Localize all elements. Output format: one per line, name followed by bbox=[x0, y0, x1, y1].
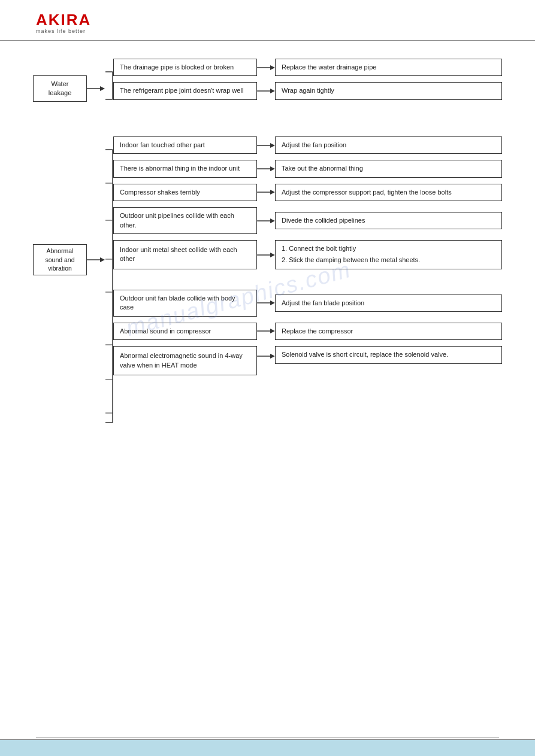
diagram: Water leakage The bbox=[33, 59, 502, 436]
effect-divede-pipelines: Divede the collided pipelines bbox=[275, 212, 502, 229]
water-leakage-bracket-svg bbox=[105, 59, 113, 113]
arrow-fan-blade bbox=[257, 299, 275, 307]
svg-marker-34 bbox=[270, 329, 275, 333]
effect-adjust-fan-position: Adjust the fan position bbox=[275, 136, 502, 154]
svg-marker-28 bbox=[270, 218, 275, 223]
effect-replace-drainage: Replace the water drainage pipe bbox=[275, 59, 502, 76]
abnormal-sound-main-arrow bbox=[87, 256, 105, 264]
cause-fan-blade: Outdoor unit fan blade collide with body… bbox=[113, 290, 257, 317]
svg-marker-6 bbox=[270, 65, 275, 70]
footer-line bbox=[36, 737, 499, 738]
svg-marker-22 bbox=[270, 143, 275, 148]
water-leakage-row-2: The refrigerant pipe joint doesn't wrap … bbox=[113, 82, 502, 99]
cause-abnormal-thing: There is abnormal thing in the indoor un… bbox=[113, 160, 257, 177]
logo-block: AKIRA makes life better bbox=[36, 11, 91, 34]
svg-marker-10 bbox=[100, 257, 105, 262]
sound-row-6: Outdoor unit fan blade collide with body… bbox=[113, 290, 502, 317]
arrow-indoor-fan bbox=[257, 141, 275, 150]
cause-outdoor-pipelines: Outdoor unit pipelines collide with each… bbox=[113, 207, 257, 234]
arrow-abnormal-thing bbox=[257, 165, 275, 173]
arrow-drainage bbox=[257, 63, 275, 72]
effect-metal-sheet-line2: 2. Stick the damping between the metal s… bbox=[282, 256, 495, 265]
abnormal-sound-bracket: Indoor fan touched other part Adjust the… bbox=[105, 136, 502, 436]
arrow-outdoor-pipelines bbox=[257, 217, 275, 225]
arrow-electromagnetic bbox=[257, 352, 275, 370]
sound-row-1: Indoor fan touched other part Adjust the… bbox=[113, 136, 502, 154]
arrow-refrigerant bbox=[257, 87, 275, 95]
abnormal-sound-bracket-svg bbox=[105, 136, 113, 436]
effect-adjust-fan-blade: Adjust the fan blade position bbox=[275, 294, 502, 312]
arrow-indoor-metal bbox=[257, 251, 275, 284]
sound-row-4: Outdoor unit pipelines collide with each… bbox=[113, 207, 502, 234]
sound-row-2: There is abnormal thing in the indoor un… bbox=[113, 160, 502, 177]
cause-drainage-pipe: The drainage pipe is blocked or broken bbox=[113, 59, 257, 76]
water-leakage-rows: The drainage pipe is blocked or broken R… bbox=[113, 59, 502, 113]
water-leakage-label: Water leakage bbox=[33, 75, 87, 102]
arrow-compressor-shakes bbox=[257, 188, 275, 196]
footer bbox=[0, 739, 535, 756]
effect-wrap-again: Wrap again tightly bbox=[275, 82, 502, 99]
cause-indoor-fan: Indoor fan touched other part bbox=[113, 136, 257, 154]
svg-marker-26 bbox=[270, 190, 275, 195]
abnormal-sound-label: Abnormal sound and vibration bbox=[33, 244, 87, 275]
sound-row-7: Abnormal sound in compressor Replace the… bbox=[113, 323, 502, 340]
cause-compressor-shakes: Compressor shakes terribly bbox=[113, 184, 257, 201]
water-leakage-main-arrow bbox=[87, 84, 105, 93]
logo-tagline: makes life better bbox=[36, 28, 91, 34]
effect-metal-sheet-line1: 1. Connect the bolt tightly bbox=[282, 244, 495, 253]
sound-row-5: Indoor unit metal sheet collide with eac… bbox=[113, 240, 502, 284]
water-leakage-label-wrap: Water leakage bbox=[33, 75, 105, 102]
effect-metal-sheet-fix: 1. Connect the bolt tightly 2. Stick the… bbox=[275, 240, 502, 269]
svg-marker-32 bbox=[270, 300, 275, 305]
cause-abnormal-sound-compressor: Abnormal sound in compressor bbox=[113, 323, 257, 340]
logo-brand: AKIRA bbox=[36, 11, 91, 29]
abnormal-sound-label-wrap: Abnormal sound and vibration bbox=[33, 244, 105, 275]
sound-row-3: Compressor shakes terribly Adjust the co… bbox=[113, 184, 502, 201]
main-content: Water leakage The bbox=[0, 41, 535, 496]
effect-take-out-abnormal: Take out the abnormal thing bbox=[275, 160, 502, 177]
sound-row-8: Abnormal electromagnetic sound in 4-way … bbox=[113, 346, 502, 375]
svg-marker-30 bbox=[270, 253, 275, 257]
svg-marker-36 bbox=[270, 354, 275, 359]
svg-marker-24 bbox=[270, 166, 275, 171]
abnormal-sound-rows: Indoor fan touched other part Adjust the… bbox=[113, 136, 502, 436]
water-leakage-section: Water leakage The bbox=[33, 59, 502, 113]
arrow-abnormal-compressor bbox=[257, 327, 275, 335]
cause-refrigerant-pipe: The refrigerant pipe joint doesn't wrap … bbox=[113, 82, 257, 99]
cause-indoor-metal-sheet: Indoor unit metal sheet collide with eac… bbox=[113, 240, 257, 269]
page-header: AKIRA makes life better bbox=[0, 0, 535, 41]
effect-adjust-compressor-pad: Adjust the compressor support pad, tight… bbox=[275, 184, 502, 201]
effect-replace-compressor: Replace the compressor bbox=[275, 323, 502, 340]
water-leakage-row-1: The drainage pipe is blocked or broken R… bbox=[113, 59, 502, 76]
abnormal-sound-section: Abnormal sound and vibration bbox=[33, 136, 502, 436]
effect-solenoid-valve: Solenoid valve is short circuit, replace… bbox=[275, 346, 502, 363]
svg-marker-8 bbox=[270, 89, 275, 93]
water-leakage-bracket: The drainage pipe is blocked or broken R… bbox=[105, 59, 502, 113]
cause-electromagnetic-sound: Abnormal electromagnetic sound in 4-way … bbox=[113, 346, 257, 375]
svg-marker-1 bbox=[100, 86, 105, 91]
